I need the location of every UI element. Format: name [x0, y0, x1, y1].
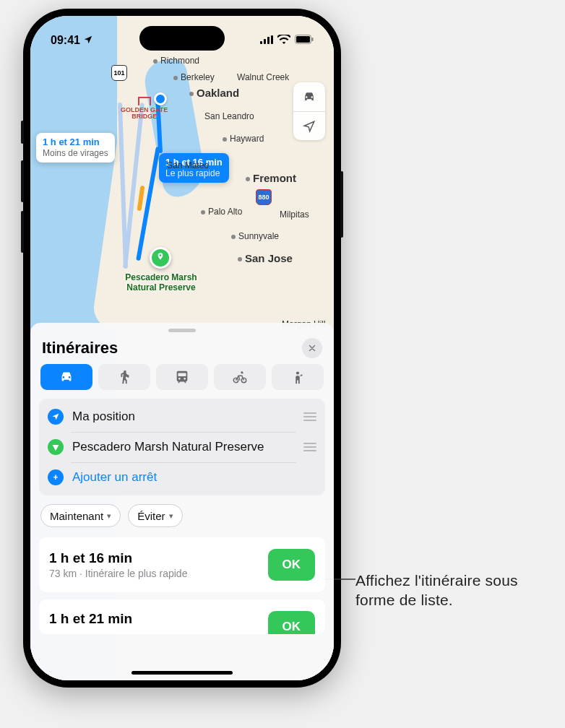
walk-icon [116, 369, 132, 385]
svg-rect-1 [264, 39, 266, 44]
destination-marker-label: Pescadero Marsh Natural Preserve [114, 273, 208, 293]
svg-point-11 [296, 371, 299, 374]
depart-time-button[interactable]: Maintenant ▾ [40, 504, 121, 527]
route-callout-secondary[interactable]: 1 h et 21 min Moins de virages [36, 133, 115, 162]
chevron-down-icon: ▾ [107, 511, 111, 521]
directions-sheet: Itinéraires [30, 323, 334, 680]
svg-rect-5 [296, 36, 310, 43]
go-button-label: OK [282, 620, 301, 633]
transport-mode-icon[interactable] [293, 82, 325, 111]
rideshare-icon [290, 369, 306, 385]
bike-icon [232, 369, 248, 385]
city-label: Walnut Creek [237, 72, 289, 82]
side-button [21, 121, 24, 144]
add-stop-row[interactable]: + Ajouter un arrêt [39, 462, 325, 493]
stop-row-end[interactable]: Pescadero Marsh Natural Preserve [39, 432, 325, 462]
status-time: 09:41 [51, 34, 80, 47]
transport-mode-row [39, 364, 325, 390]
chevron-down-icon: ▾ [169, 511, 173, 521]
add-stop-label: Ajouter un arrêt [72, 470, 316, 485]
go-button[interactable]: OK [268, 549, 316, 581]
city-label: San Leandro [204, 111, 254, 121]
location-start-icon [48, 409, 64, 425]
city-label: San Jose [238, 252, 293, 264]
mode-rideshare-button[interactable] [272, 364, 324, 390]
highway-shield-880: 880 [256, 189, 272, 205]
iphone-frame: 09:41 [23, 9, 341, 688]
sheet-grabber[interactable] [168, 329, 196, 332]
destination-marker[interactable] [150, 247, 171, 269]
city-label: San Mateo [167, 160, 209, 170]
stop-row-start[interactable]: Ma position [39, 402, 325, 432]
go-button[interactable]: OK [268, 611, 316, 634]
svg-point-9 [241, 378, 246, 382]
city-label: Palo Alto [201, 207, 242, 217]
callout-time: 1 h et 21 min [43, 136, 108, 148]
svg-rect-2 [267, 37, 269, 44]
mode-transit-button[interactable] [156, 364, 208, 390]
dynamic-island [139, 26, 225, 51]
reorder-handle-icon[interactable] [303, 443, 316, 451]
side-button [21, 211, 24, 253]
map-controls [293, 82, 325, 140]
city-label: Sunnyvale [231, 231, 279, 241]
route-time: 1 h et 16 min [49, 550, 187, 566]
plus-icon: + [48, 469, 64, 485]
avoid-label: Éviter [137, 510, 165, 522]
go-button-label: OK [282, 558, 301, 571]
mode-drive-button[interactable] [40, 364, 92, 390]
mode-cycle-button[interactable] [214, 364, 266, 390]
close-icon [308, 344, 316, 352]
route-card[interactable]: 1 h et 16 min 73 km · Itinéraire le plus… [39, 537, 325, 592]
avoid-options-button[interactable]: Éviter ▾ [128, 504, 182, 527]
golden-gate-label: GOLDEN GATE BRIDGE [121, 97, 168, 120]
battery-icon [295, 34, 314, 47]
city-label: Hayward [223, 134, 264, 144]
mode-walk-button[interactable] [98, 364, 150, 390]
stop-end-label: Pescadero Marsh Natural Preserve [72, 440, 303, 454]
side-button [21, 160, 24, 202]
callout-note: Moins de virages [43, 148, 108, 159]
filter-row: Maintenant ▾ Éviter ▾ [39, 504, 325, 537]
route-time: 1 h et 21 min [49, 611, 132, 627]
city-label: Fremont [246, 172, 296, 184]
location-end-icon [48, 439, 64, 455]
annotation-text: Affichez l'itinéraire sous forme de list… [355, 571, 543, 610]
route-meta: 73 km · Itinéraire le plus rapide [49, 568, 187, 579]
stops-card: Ma position Pescadero Marsh Natural Pres… [39, 399, 325, 495]
stop-start-label: Ma position [72, 410, 303, 424]
car-icon [59, 369, 74, 385]
svg-rect-6 [312, 38, 314, 41]
transit-icon [174, 369, 190, 385]
city-label: Berkeley [173, 72, 215, 82]
reorder-handle-icon[interactable] [303, 412, 316, 421]
route-card[interactable]: 1 h et 21 min OK [39, 599, 325, 634]
city-label: Milpitas [280, 209, 309, 220]
locate-me-icon[interactable] [293, 111, 325, 140]
location-arrow-icon [83, 35, 93, 47]
sheet-title: Itinéraires [42, 339, 118, 358]
highway-shield-101: 101 [111, 65, 127, 81]
screen: 09:41 [30, 16, 334, 680]
side-button [340, 171, 343, 238]
close-button[interactable] [302, 338, 322, 358]
svg-point-10 [241, 371, 243, 373]
city-label: Richmond [153, 56, 199, 66]
cellular-icon [260, 34, 273, 47]
route-list: 1 h et 16 min 73 km · Itinéraire le plus… [39, 537, 325, 680]
wifi-icon [277, 34, 290, 47]
svg-rect-0 [260, 41, 262, 44]
depart-time-label: Maintenant [50, 510, 103, 522]
city-label: Oakland [189, 87, 239, 99]
svg-point-8 [233, 378, 238, 382]
home-indicator[interactable] [131, 671, 233, 675]
svg-rect-3 [271, 35, 273, 44]
